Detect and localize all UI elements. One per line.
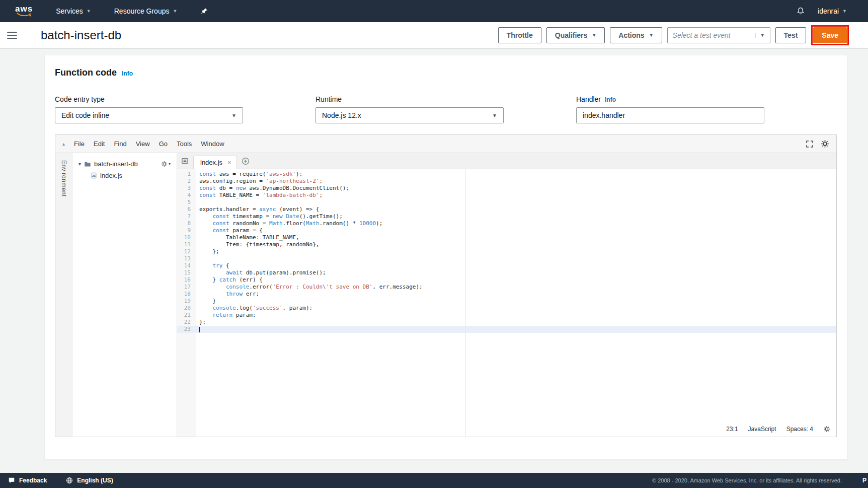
tree-folder-row[interactable]: ▾ batch-insert-db ▾	[72, 158, 177, 170]
code-line[interactable]: 3const db = new aws.DynamoDB.DocumentCli…	[177, 185, 836, 192]
services-menu[interactable]: Services ▼	[56, 7, 91, 15]
hamburger-menu-icon[interactable]	[7, 32, 17, 39]
chevron-down-icon: ▼	[592, 33, 596, 38]
aws-console-page: aws Services ▼ Resource Groups ▼	[0, 0, 868, 488]
runtime-value: Node.js 12.x	[322, 111, 361, 119]
folder-settings-gear-icon[interactable]: ▾	[161, 161, 171, 167]
code-line[interactable]: 14 try {	[177, 262, 836, 269]
code-line[interactable]: 17 console.error('Error : Couldn\'t save…	[177, 284, 836, 291]
code-line[interactable]: 22};	[177, 319, 836, 326]
code-line[interactable]: 6exports.handler = async (event) => {	[177, 206, 836, 213]
code-area[interactable]: 1const aws = require('aws-sdk');2aws.con…	[177, 169, 836, 437]
throttle-label: Throttle	[507, 31, 533, 39]
menu-tools[interactable]: Tools	[177, 140, 192, 148]
status-gear-icon[interactable]	[823, 426, 830, 433]
runtime-select[interactable]: Node.js 12.x ▼	[315, 107, 504, 123]
tree-file-row[interactable]: JS index.js	[72, 170, 177, 181]
test-label: Test	[784, 31, 798, 39]
code-line[interactable]: 5	[177, 199, 836, 206]
environment-panel-tab[interactable]: Environment	[55, 153, 72, 437]
notifications-bell-icon[interactable]	[797, 7, 805, 15]
resource-groups-label: Resource Groups	[114, 7, 170, 15]
pin-icon[interactable]	[200, 8, 208, 15]
handler-field: Handler Info	[576, 95, 837, 123]
language-label: English (US)	[77, 477, 113, 484]
fullscreen-icon[interactable]	[806, 140, 814, 148]
aws-logo-text: aws	[15, 6, 33, 13]
code-line[interactable]: 12 };	[177, 248, 836, 255]
handler-input[interactable]	[576, 107, 764, 123]
editor-menu-items: FileEditFindViewGoToolsWindow	[74, 140, 224, 148]
copyright-text: © 2008 - 2020, Amazon Web Services, Inc.…	[652, 477, 860, 483]
account-name: idenrai	[818, 7, 839, 15]
chevron-down-icon: ▼	[842, 9, 847, 14]
code-line[interactable]: 7 const timestamp = new Date().getTime()…	[177, 213, 836, 220]
top-navigation: aws Services ▼ Resource Groups ▼	[0, 0, 868, 22]
menu-edit[interactable]: Edit	[94, 140, 105, 148]
code-settings-fields: Code entry type Edit code inline ▼ Runti…	[55, 95, 837, 123]
collapse-menubar-icon[interactable]: ▴	[62, 141, 65, 147]
code-line[interactable]: 11 Item: {timestamp, randomNo},	[177, 241, 836, 248]
editor-menubar: ▴ FileEditFindViewGoToolsWindow	[55, 135, 836, 153]
code-line[interactable]: 18 throw err;	[177, 291, 836, 298]
new-tab-plus-icon[interactable]	[242, 157, 250, 165]
code-line[interactable]: 1const aws = require('aws-sdk');	[177, 171, 836, 178]
qualifiers-label: Qualifiers	[555, 31, 588, 39]
page-title: batch-insert-db	[41, 28, 121, 42]
chevron-down-icon: ▼	[755, 33, 765, 38]
code-entry-type-label: Code entry type	[55, 95, 315, 103]
code-line[interactable]: 13	[177, 255, 836, 262]
code-line[interactable]: 23	[177, 326, 836, 333]
actions-button[interactable]: Actions ▼	[610, 27, 662, 43]
test-event-select[interactable]: Select a test event ▼	[667, 27, 770, 43]
top-nav-left: aws Services ▼ Resource Groups ▼	[15, 6, 208, 17]
chevron-down-icon: ▾	[169, 162, 171, 166]
menu-go[interactable]: Go	[159, 140, 168, 148]
code-line[interactable]: 4const TABLE_NAME = 'lambda-batch-db';	[177, 192, 836, 199]
services-label: Services	[56, 7, 83, 15]
runtime-field: Runtime Node.js 12.x ▼	[315, 95, 576, 123]
throttle-button[interactable]: Throttle	[498, 27, 541, 43]
header-actions: Throttle Qualifiers ▼ Actions ▼ Select a…	[498, 25, 849, 45]
folder-icon	[84, 161, 91, 168]
code-line[interactable]: 21 return param;	[177, 312, 836, 319]
privacy-link-partial[interactable]: P	[862, 477, 866, 484]
menu-window[interactable]: Window	[201, 140, 224, 148]
handler-info-link[interactable]: Info	[605, 96, 616, 103]
globe-icon	[66, 477, 73, 484]
code-line[interactable]: 2aws.config.region = 'ap-northeast-2';	[177, 178, 836, 185]
editor-settings-gear-icon[interactable]	[821, 140, 829, 148]
chevron-down-icon: ▼	[231, 113, 236, 118]
test-event-placeholder: Select a test event	[673, 31, 751, 39]
tab-indexjs[interactable]: index.js ×	[193, 156, 237, 169]
test-button[interactable]: Test	[775, 27, 807, 43]
indentation-setting[interactable]: Spaces: 4	[786, 426, 813, 433]
qualifiers-button[interactable]: Qualifiers ▼	[546, 27, 605, 43]
menu-find[interactable]: Find	[114, 140, 126, 148]
function-code-info-link[interactable]: Info	[122, 70, 133, 77]
code-line[interactable]: 8 const randomNo = Math.floor(Math.rando…	[177, 220, 836, 227]
feedback-link[interactable]: Feedback	[8, 477, 47, 484]
language-mode[interactable]: JavaScript	[748, 426, 776, 433]
code-entry-type-select[interactable]: Edit code inline ▼	[55, 107, 243, 123]
runtime-label: Runtime	[315, 95, 576, 103]
code-line[interactable]: 15 await db.put(param).promise();	[177, 269, 836, 276]
code-line[interactable]: 10 TableName: TABLE_NAME,	[177, 234, 836, 241]
close-tab-icon[interactable]: ×	[227, 159, 231, 166]
code-line[interactable]: 9 const param = {	[177, 227, 836, 234]
code-line[interactable]: 16 } catch (err) {	[177, 276, 836, 284]
actions-label: Actions	[618, 31, 644, 39]
aws-smile-icon	[16, 13, 33, 17]
language-selector[interactable]: English (US)	[66, 477, 113, 484]
menu-view[interactable]: View	[136, 140, 150, 148]
code-line[interactable]: 19 }	[177, 298, 836, 305]
function-header-bar: batch-insert-db Throttle Qualifiers ▼ Ac…	[0, 22, 868, 49]
code-line[interactable]: 20 console.log('success', param);	[177, 305, 836, 312]
editor-menubar-right	[806, 140, 829, 148]
aws-logo[interactable]: aws	[15, 6, 33, 17]
menu-file[interactable]: File	[74, 140, 85, 148]
account-menu[interactable]: idenrai ▼	[818, 7, 847, 15]
save-button[interactable]: Save	[813, 27, 847, 43]
tab-list-icon[interactable]	[181, 157, 189, 165]
resource-groups-menu[interactable]: Resource Groups ▼	[114, 7, 178, 15]
